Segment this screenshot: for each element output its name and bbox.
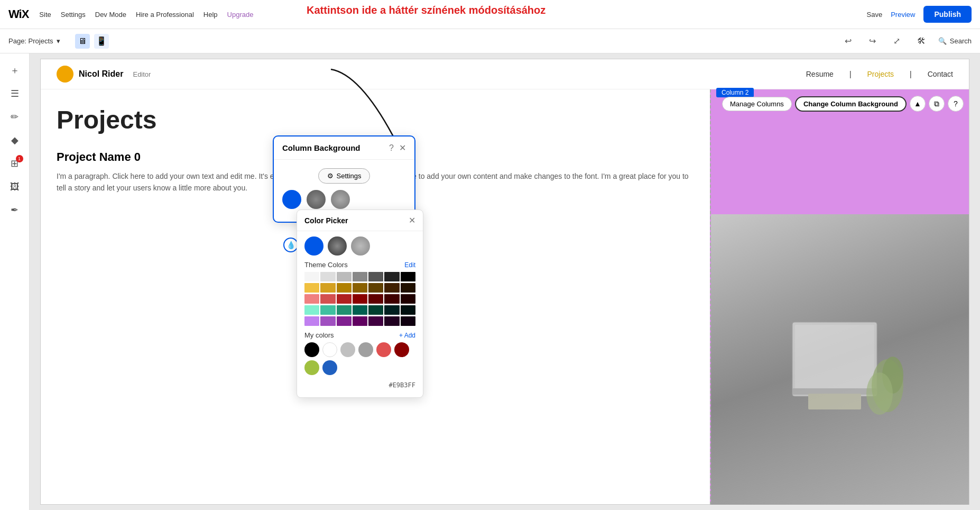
swatch[interactable] [304, 283, 319, 293]
sidebar-media-button[interactable]: 🖼 [4, 176, 25, 197]
swatch[interactable] [384, 283, 399, 293]
my-color-blue[interactable] [322, 360, 337, 375]
swatch[interactable] [353, 283, 367, 293]
swatch[interactable] [320, 272, 335, 281]
panel-close-icon[interactable]: ✕ [399, 143, 406, 153]
gradient-light-button[interactable] [351, 236, 370, 256]
my-color-red[interactable] [376, 342, 391, 357]
undo-icon[interactable]: ↩ [841, 34, 856, 49]
publish-button[interactable]: Publish [923, 6, 972, 23]
top-nav: WiX Site Settings Dev Mode Hire a Profes… [0, 0, 980, 29]
expand-icon[interactable]: ⤢ [890, 34, 904, 49]
swatch[interactable] [401, 283, 415, 293]
gradient-color-type2[interactable] [331, 190, 350, 209]
my-colors-swatches [304, 342, 415, 357]
manage-columns-button[interactable]: Manage Columns [722, 97, 792, 111]
swatch[interactable] [337, 316, 352, 326]
sidebar-apps-button[interactable]: ⊞ 1 [4, 153, 25, 174]
cp-close-icon[interactable]: ✕ [409, 215, 415, 225]
col-right[interactable]: Column 2 Manage Columns Change Column Ba… [710, 89, 969, 505]
swatch[interactable] [368, 316, 383, 326]
apps-badge: 1 [16, 155, 23, 162]
my-color-gray[interactable] [340, 342, 355, 357]
save-button[interactable]: Save [867, 11, 883, 19]
gradient-dark-button[interactable] [328, 236, 347, 256]
swatch[interactable] [368, 305, 383, 315]
nav-resume[interactable]: Resume [806, 70, 834, 78]
panel-header: Column Background ? ✕ [274, 136, 414, 160]
swatch[interactable] [304, 294, 319, 304]
left-sidebar: ＋ ☰ ✏ ◆ ⊞ 1 🖼 ✒ [0, 53, 30, 510]
swatch[interactable] [353, 272, 367, 281]
swatch[interactable] [304, 272, 319, 281]
settings-label: Settings [337, 172, 362, 180]
swatch[interactable] [320, 283, 335, 293]
add-color-button[interactable]: + Add [399, 332, 415, 339]
swatch[interactable] [337, 294, 352, 304]
swatch[interactable] [384, 316, 399, 326]
nav-devmode[interactable]: Dev Mode [95, 11, 126, 19]
swatch[interactable] [401, 305, 415, 315]
swatch[interactable] [384, 272, 399, 281]
my-color-lime[interactable] [304, 360, 319, 375]
settings-button[interactable]: ⚙ Settings [318, 168, 371, 184]
my-color-darkred[interactable] [394, 342, 409, 357]
logo-name: Nicol Rider [79, 69, 123, 79]
panel-help-icon[interactable]: ? [389, 143, 394, 153]
swatch[interactable] [320, 294, 335, 304]
my-colors-title: My colors [304, 331, 334, 339]
hex-value[interactable]: #E9B3FF [389, 381, 415, 389]
sidebar-pages-button[interactable]: ☰ [4, 83, 25, 104]
nav-projects[interactable]: Projects [867, 70, 894, 78]
swatch[interactable] [368, 294, 383, 304]
swatch[interactable] [368, 283, 383, 293]
swatch[interactable] [353, 316, 367, 326]
nav-help[interactable]: Help [204, 11, 218, 19]
sidebar-blog-button[interactable]: ✒ [4, 199, 25, 221]
swatch[interactable] [384, 294, 399, 304]
swatch[interactable] [384, 305, 399, 315]
desktop-icon[interactable]: 🖥 [75, 34, 90, 49]
copy-icon[interactable]: ⧉ [929, 96, 945, 112]
swatch[interactable] [320, 316, 335, 326]
edit-theme-colors-button[interactable]: Edit [404, 261, 415, 269]
preview-button[interactable]: Preview [891, 11, 915, 19]
swatch[interactable] [337, 305, 352, 315]
swatch[interactable] [401, 316, 415, 326]
nav-contact[interactable]: Contact [928, 70, 953, 78]
swatch[interactable] [368, 272, 383, 281]
swatch[interactable] [353, 294, 367, 304]
tools-icon[interactable]: 🛠 [914, 34, 929, 49]
nav-hire[interactable]: Hire a Professional [136, 11, 194, 19]
swatch[interactable] [304, 305, 319, 315]
move-up-icon[interactable]: ▲ [910, 96, 926, 112]
sidebar-design-button[interactable]: ✏ [4, 106, 25, 128]
search-button[interactable]: 🔍 Search [938, 37, 972, 45]
swatch[interactable] [401, 294, 415, 304]
mobile-icon[interactable]: 📱 [94, 34, 109, 49]
swatch[interactable] [401, 272, 415, 281]
change-column-background-button[interactable]: Change Column Background [795, 96, 907, 112]
swatch[interactable] [337, 283, 352, 293]
swatch[interactable] [304, 316, 319, 326]
nav-site[interactable]: Site [39, 11, 51, 19]
my-color-darkgray[interactable] [358, 342, 373, 357]
page-selector[interactable]: Page: Projects ▾ [8, 37, 60, 45]
sidebar-theme-button[interactable]: ◆ [4, 130, 25, 151]
help-icon[interactable]: ? [948, 96, 964, 112]
solid-type-button[interactable] [304, 236, 323, 256]
second-toolbar: Page: Projects ▾ 🖥 📱 ↩ ↪ ⤢ 🛠 🔍 Search [0, 29, 980, 53]
gradient-color-type[interactable] [307, 190, 326, 209]
swatch[interactable] [337, 272, 352, 281]
solid-color-type[interactable] [282, 190, 301, 209]
site-nav: Resume | Projects | Contact [806, 70, 953, 78]
swatch[interactable] [320, 305, 335, 315]
my-color-white[interactable] [322, 342, 337, 357]
nav-settings[interactable]: Settings [61, 11, 86, 19]
redo-icon[interactable]: ↪ [865, 34, 880, 49]
swatch[interactable] [353, 305, 367, 315]
nav-upgrade[interactable]: Upgrade [227, 11, 254, 19]
my-color-black[interactable] [304, 342, 319, 357]
annotation-text: Kattintson ide a háttér színének módosít… [307, 4, 546, 16]
sidebar-add-button[interactable]: ＋ [4, 60, 25, 81]
